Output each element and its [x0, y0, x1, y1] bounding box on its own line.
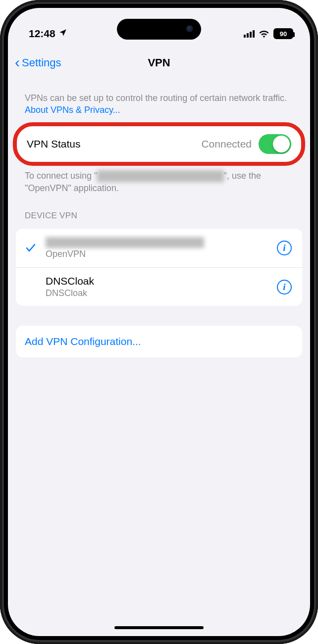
vpn-status-card: VPN Status Connected [16, 125, 302, 163]
vpn-config-row[interactable]: OpenVPN i [16, 229, 302, 267]
device-vpn-header: DEVICE VPN [16, 194, 302, 225]
phone-frame: 12:48 90 [0, 0, 318, 644]
vpn-status-toggle[interactable] [259, 134, 291, 154]
navbar: ‹ Settings VPN [8, 48, 310, 78]
add-vpn-configuration[interactable]: Add VPN Configuration... [16, 326, 302, 357]
back-button[interactable]: ‹ Settings [15, 56, 61, 70]
connect-hint-prefix: To connect using " [25, 171, 97, 181]
back-label: Settings [22, 56, 61, 69]
location-icon [58, 28, 67, 40]
vpn-config-name: DNSCloak [46, 275, 273, 287]
status-left: 12:48 [29, 28, 67, 40]
status-right: 90 [244, 28, 293, 39]
vpn-config-name [46, 237, 273, 248]
cellular-icon [244, 30, 255, 38]
chevron-left-icon: ‹ [15, 55, 20, 70]
vpn-status-label: VPN Status [27, 138, 81, 150]
vpn-config-provider: DNSCloak [46, 288, 273, 298]
vpn-config-provider: OpenVPN [46, 249, 273, 259]
info-icon: i [277, 241, 292, 255]
dynamic-island [117, 19, 201, 40]
vpn-config-main: OpenVPN [46, 237, 273, 259]
content: VPNs can be set up to control the routin… [8, 78, 310, 357]
intro-description: VPNs can be set up to control the routin… [16, 78, 302, 121]
wifi-icon [259, 30, 269, 38]
intro-text: VPNs can be set up to control the routin… [25, 93, 287, 103]
checkmark-icon [16, 242, 46, 254]
redacted-vpn-name [46, 237, 204, 248]
toggle-knob [273, 136, 290, 152]
volume-up-button [0, 158, 1, 203]
page-title: VPN [148, 56, 170, 69]
device-vpn-list: OpenVPN i DNSCloak DNSCloak i [16, 229, 302, 306]
screen: 12:48 90 [8, 8, 310, 636]
vpn-config-row[interactable]: DNSCloak DNSCloak i [16, 267, 302, 306]
redacted-config-name: ████████████████████ [97, 170, 223, 182]
info-icon: i [277, 280, 292, 295]
home-indicator[interactable] [114, 626, 204, 629]
add-vpn-card: Add VPN Configuration... [16, 326, 302, 357]
vpn-status-highlight: VPN Status Connected [16, 125, 302, 163]
clock: 12:48 [29, 28, 55, 40]
mute-switch [0, 119, 1, 144]
vpn-info-button[interactable]: i [273, 280, 295, 295]
vpn-info-button[interactable]: i [273, 241, 295, 255]
connect-hint: To connect using "████████████████████",… [16, 163, 302, 195]
vpn-status-row[interactable]: VPN Status Connected [16, 125, 302, 163]
vpn-status-value: Connected [201, 138, 252, 150]
volume-down-button [0, 213, 1, 257]
battery-icon: 90 [273, 28, 293, 39]
about-vpns-link[interactable]: About VPNs & Privacy... [25, 105, 120, 115]
battery-level: 90 [280, 30, 287, 38]
vpn-config-main: DNSCloak DNSCloak [46, 275, 273, 298]
